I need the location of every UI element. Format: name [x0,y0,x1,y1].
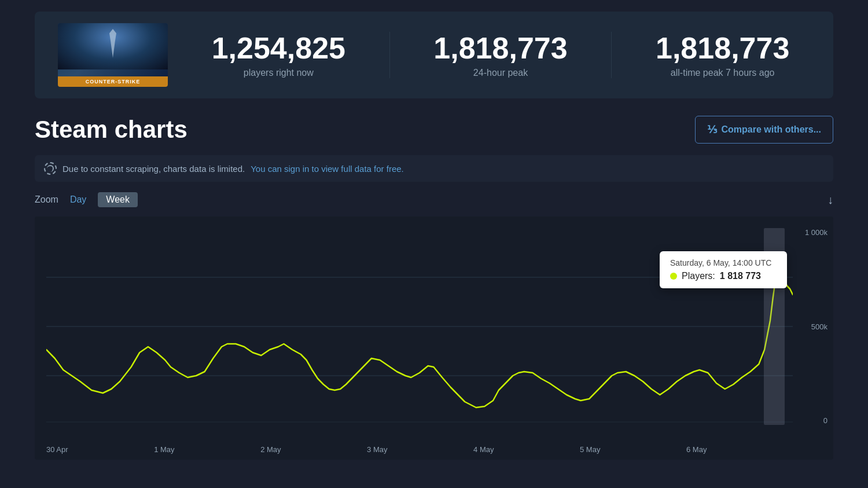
alltime-value: 1,818,773 [635,32,810,65]
x-label-1may: 1 May [154,445,174,454]
compare-button[interactable]: ⅓ Compare with others... [695,116,833,144]
current-players-label: players right now [191,68,366,78]
stat-peak24: 1,818,773 24-hour peak [413,32,589,78]
chart-container: 1 000k 500k 0 30 Apr 1 May 2 May 3 May 4… [35,217,833,460]
x-label-2may: 2 May [260,445,281,454]
zoom-week-button[interactable]: Week [98,192,138,207]
chart-svg [46,228,793,425]
stat-divider-1 [389,32,390,78]
notice-bar: Due to constant scraping, charts data is… [35,155,833,182]
sign-in-link[interactable]: You can sign in to view full data for fr… [251,164,404,174]
zoom-controls: Zoom Day Week ↓ [35,192,833,207]
x-label-6may: 6 May [686,445,707,454]
compare-button-label: Compare with others... [722,124,821,135]
x-label-3may: 3 May [367,445,387,454]
notice-text: Due to constant scraping, charts data is… [62,164,245,174]
y-label-1000k: 1 000k [805,228,827,237]
download-button[interactable]: ↓ [827,193,833,207]
charts-section: Steam charts ⅓ Compare with others... Du… [35,116,833,460]
stat-alltime: 1,818,773 all-time peak 7 hours ago [635,32,810,78]
x-axis-labels: 30 Apr 1 May 2 May 3 May 4 May 5 May 6 M… [46,445,793,454]
x-label-5may: 5 May [580,445,600,454]
y-label-500k: 500k [811,322,827,331]
peak24-value: 1,818,773 [413,32,589,65]
game-logo: COUNTER-STRIKE [58,76,168,87]
compare-icon: ⅓ [707,123,717,136]
zoom-day-button[interactable]: Day [65,192,91,207]
loading-icon [44,162,57,175]
zoom-label: Zoom [35,195,58,205]
alltime-label: all-time peak 7 hours ago [635,68,810,78]
current-players-value: 1,254,825 [191,32,366,65]
y-axis-labels: 1 000k 500k 0 [805,217,827,425]
stat-current: 1,254,825 players right now [191,32,366,78]
y-label-0: 0 [823,416,827,425]
peak24-label: 24-hour peak [413,68,589,78]
x-label-4may: 4 May [473,445,494,454]
highlight-band [764,228,785,425]
charts-header: Steam charts ⅓ Compare with others... [35,116,833,144]
game-thumbnail: COUNTER-STRIKE [58,23,168,87]
stat-divider-2 [611,32,612,78]
stats-card: COUNTER-STRIKE 1,254,825 players right n… [35,12,833,98]
x-label-30apr: 30 Apr [46,445,68,454]
charts-title: Steam charts [35,116,187,144]
